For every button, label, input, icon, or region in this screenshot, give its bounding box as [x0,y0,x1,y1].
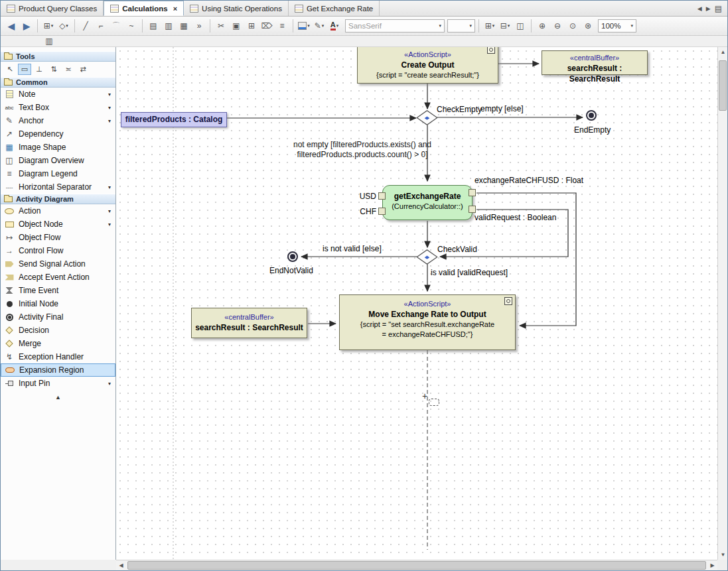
palette-item-exception-handler[interactable]: ↯ Exception Handler [1,350,115,363]
tab-list-icon[interactable]: ▤ [715,4,722,13]
line-style-button[interactable]: ✎▾ [312,19,327,33]
insert-table-button[interactable]: ⊞▾ [482,19,497,33]
scroll-left-icon[interactable]: ◀ [116,560,126,570]
decision-label-checkempty[interactable]: CheckEmpty [437,105,482,114]
align-tool-button[interactable]: ⊥ [33,64,46,75]
chevron-down-icon[interactable]: ▾ [108,184,112,190]
central-buffer-searchresult-left[interactable]: «centralBuffer» searchResult : SearchRes… [191,308,307,338]
pointer-tool-button[interactable]: ↖ [3,64,17,75]
delete-button[interactable]: ⌦ [259,19,274,33]
previous-tab-icon[interactable]: ◀ [697,5,702,12]
remove-table-button[interactable]: ⊟▾ [498,19,512,33]
scroll-down-icon[interactable]: ▼ [718,550,728,560]
palette-section-tools[interactable]: Tools [1,51,115,62]
zoom-in-button[interactable]: ⊕ [535,19,549,33]
scroll-up-icon[interactable]: ▲ [718,47,728,57]
output-pin-validrequest[interactable] [469,206,476,213]
guard-not-empty[interactable]: not empty [filteredProducts.exists() and… [266,140,459,160]
palette-scroll-up-button[interactable]: ▲ [1,394,115,401]
tab-using-static-operations[interactable]: Using Static Operations [184,1,289,16]
scroll-right-icon[interactable]: ▶ [707,560,717,570]
guard-empty-else[interactable]: empty [else] [480,104,524,113]
palette-item-anchor[interactable]: ✎ Anchor ▾ [1,114,115,127]
horizontal-scrollbar[interactable]: ◀ ▶ [116,560,717,570]
call-action-getexchangerate[interactable]: getExchangeRate (CurrencyCalculator::) [382,185,473,220]
action-create-output[interactable]: «ActionScript» Create Output {script = "… [357,47,498,84]
vertical-scrollbar[interactable]: ▲ ▼ [717,47,727,560]
output-pin-exchangerate[interactable] [469,189,476,196]
font-size-select[interactable]: ▾ [447,19,475,32]
pin-label-exchangerate[interactable]: exchangeRateCHFUSD : Float [474,176,583,185]
more-tools-chevron[interactable]: » [192,19,206,33]
object-node-filteredproducts[interactable]: filteredProducts : Catalog [121,112,227,127]
palette-item-action[interactable]: Action ▾ [1,204,115,218]
shapes-tool-button[interactable]: ◇▾ [56,19,71,33]
palette-item-diagram-legend[interactable]: ≡ Diagram Legend [1,167,115,180]
chevron-down-icon[interactable]: ▾ [108,208,112,214]
activity-final-endnotvalid[interactable] [287,251,298,262]
tab-calculations[interactable]: Calculations × [104,1,184,16]
palette-item-time-event[interactable]: Time Event [1,284,115,297]
copy-button[interactable]: ▣ [229,19,244,33]
containment-tool-button[interactable]: ⊞▾ [41,19,56,33]
guard-is-not-valid[interactable]: is not valid [else] [323,244,382,253]
palette-item-text-box[interactable]: abc Text Box ▾ [1,101,115,114]
diagram-canvas[interactable]: «ActionScript» Create Output {script = "… [116,47,717,560]
palette-item-horizontal-separator[interactable]: ---- Horizontal Separator ▾ [1,180,115,194]
palette-section-common[interactable]: Common [1,77,115,88]
pin-label-validrequest[interactable]: validRequest : Boolean [474,213,556,222]
marquee-tool-button[interactable]: ▭ [18,64,31,75]
font-family-select[interactable]: SansSerif ▾ [345,19,445,32]
horizontal-scroll-thumb[interactable] [127,561,706,570]
palette-item-control-flow[interactable]: → Control Flow [1,244,115,257]
zoom-out-button[interactable]: ⊖ [550,19,565,33]
align-left-button[interactable]: ▤ [146,19,161,33]
distribute-vertical-tool-button[interactable]: ⇅ [47,64,60,75]
input-pin-usd[interactable] [378,192,386,200]
font-color-button[interactable]: A▾ [327,19,342,33]
decision-label-checkvalid[interactable]: CheckValid [437,245,477,254]
navigate-back-button[interactable]: ◀ [4,19,19,33]
fill-color-button[interactable]: ▾ [297,19,311,33]
align-center-button[interactable]: ▥ [161,19,176,33]
rectilinear-path-button[interactable]: ⌐ [94,19,108,33]
vertical-scroll-thumb[interactable] [719,60,727,111]
palette-item-diagram-overview[interactable]: ◫ Diagram Overview [1,154,115,167]
guard-is-valid[interactable]: is valid [validRequest] [431,268,508,277]
tab-product-query-classes[interactable]: Product Query Classes [1,1,104,16]
palette-item-send-signal-action[interactable]: Send Signal Action [1,257,115,271]
palette-item-activity-final[interactable]: Activity Final [1,310,115,324]
zoom-fit-button[interactable]: ⊙ [565,19,580,33]
decision-checkempty[interactable] [416,110,437,125]
chevron-down-icon[interactable]: ▾ [108,222,112,227]
align-right-button[interactable]: ▦ [177,19,191,33]
palette-item-initial-node[interactable]: Initial Node [1,297,115,310]
paste-button[interactable]: ⊞ [244,19,259,33]
palette-item-expansion-region[interactable]: Expansion Region [1,363,115,377]
next-tab-icon[interactable]: ▶ [706,5,711,12]
chevron-down-icon[interactable]: ▾ [108,105,112,111]
layers-button[interactable]: ≡ [275,19,289,33]
close-tab-icon[interactable]: × [173,5,177,13]
palette-item-input-pin[interactable]: Input Pin ▾ [1,377,115,390]
palette-item-object-flow[interactable]: ↦ Object Flow [1,231,115,244]
pin-label-chf[interactable]: CHF [348,207,376,216]
palette-item-image-shape[interactable]: ▦ Image Shape [1,141,115,154]
palette-item-note[interactable]: Note ▾ [1,88,115,101]
zoom-level-select[interactable]: 100% ▾ [598,19,636,32]
central-buffer-searchresult-top[interactable]: «centralBuffer» searchResult : SearchRes… [542,50,648,75]
input-pin-chf[interactable] [378,208,386,215]
decision-checkvalid[interactable] [416,249,437,265]
palette-item-dependency[interactable]: ↗ Dependency [1,127,115,141]
cut-button[interactable]: ✂ [214,19,228,33]
palette-item-merge[interactable]: Merge [1,337,115,350]
tab-get-exchange-rate[interactable]: Get Exchange Rate [289,1,380,16]
diagram-properties-button[interactable]: ◫ [513,19,528,33]
final-label-endempty[interactable]: EndEmpty [574,125,611,135]
match-size-tool-button[interactable]: ≍ [62,64,75,75]
chevron-down-icon[interactable]: ▾ [108,381,112,387]
activity-final-endempty[interactable] [586,110,597,121]
zoom-selection-button[interactable]: ⊛ [581,19,595,33]
action-move-exchange-rate[interactable]: «ActionScript» Move Exchange Rate to Out… [339,294,516,350]
chevron-down-icon[interactable]: ▾ [108,92,112,97]
